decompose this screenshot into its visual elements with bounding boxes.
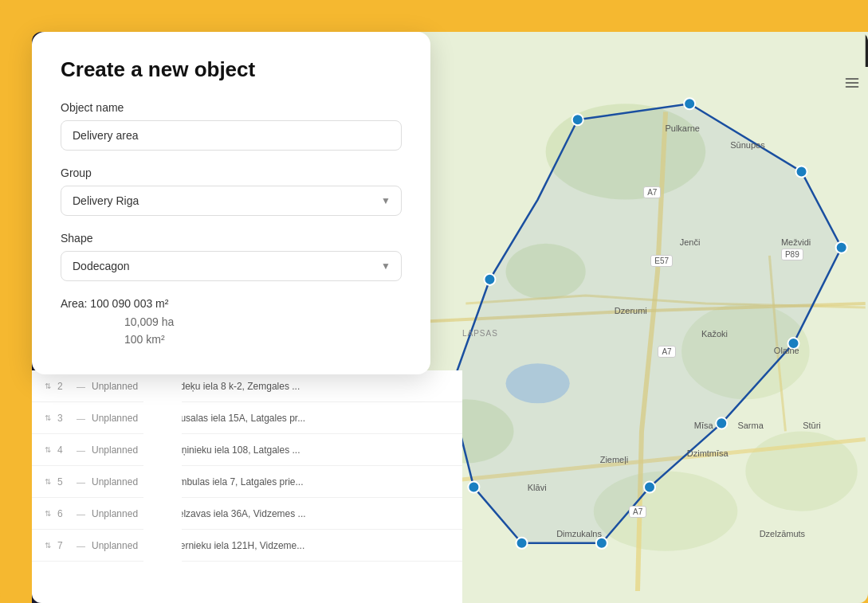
sort-arrows: ⇅ bbox=[45, 445, 51, 454]
svg-rect-31 bbox=[846, 82, 859, 84]
route-status: Unplanned bbox=[92, 508, 138, 519]
route-address: Rumbulas iela 7, Latgales prie... bbox=[167, 476, 303, 487]
shape-select[interactable]: Dodecagon bbox=[61, 251, 402, 281]
group-select-wrapper: Delivery Riga ▼ bbox=[61, 186, 402, 216]
route-dash: — bbox=[77, 413, 85, 423]
route-status: Unplanned bbox=[92, 413, 138, 424]
group-select[interactable]: Delivery Riga bbox=[61, 186, 402, 216]
route-number: 4 bbox=[57, 444, 70, 456]
route-list: ⇅ 2 — Unplanned 🚚 Valdeķu iela 8 k-2, Ze… bbox=[32, 370, 462, 603]
group-label: Group bbox=[61, 166, 402, 179]
area-ha-value: 10,009 ha bbox=[61, 313, 402, 331]
svg-point-14 bbox=[836, 242, 847, 253]
map-menu-icon[interactable] bbox=[844, 75, 860, 95]
route-address: Kojusalas iela 15A, Latgales pr... bbox=[167, 413, 305, 424]
route-status: Unplanned bbox=[92, 444, 138, 456]
route-status: Unplanned bbox=[92, 381, 138, 392]
route-dash: — bbox=[77, 382, 85, 391]
area-km-value: 100 km² bbox=[61, 331, 402, 348]
svg-point-18 bbox=[596, 538, 607, 549]
route-dash: — bbox=[77, 509, 85, 519]
svg-point-15 bbox=[787, 338, 799, 349]
route-number: 3 bbox=[57, 413, 70, 424]
route-dash: — bbox=[77, 477, 85, 487]
svg-point-13 bbox=[796, 166, 807, 177]
route-status: Unplanned bbox=[92, 540, 138, 551]
object-name-input[interactable] bbox=[61, 120, 402, 151]
route-number: 5 bbox=[57, 476, 70, 487]
sort-arrows: ⇅ bbox=[45, 509, 51, 518]
route-status: Unplanned bbox=[92, 476, 138, 487]
route-dash: — bbox=[77, 445, 85, 455]
area-info: Area: 100 090 003 m² 10,009 ha 100 km² bbox=[61, 297, 402, 349]
route-address: Bikernieku iela 121H, Vidzeme... bbox=[167, 540, 304, 551]
route-item-6[interactable]: ⇅ 6 — Unplanned 🚚 Dzelzavas iela 36A, Vi… bbox=[32, 498, 462, 530]
svg-point-19 bbox=[516, 538, 528, 549]
route-item-4[interactable]: ⇅ 4 — Unplanned 🚚 Bruņinieku iela 108, L… bbox=[32, 434, 462, 466]
sort-arrows: ⇅ bbox=[45, 382, 51, 390]
create-object-modal: Create a new object Object name Group De… bbox=[32, 32, 430, 374]
route-number: 7 bbox=[57, 540, 70, 551]
shape-label: Shape bbox=[61, 232, 402, 245]
route-item-3[interactable]: ⇅ 3 — Unplanned 🚚 Kojusalas iela 15A, La… bbox=[32, 402, 462, 434]
modal-title: Create a new object bbox=[61, 57, 402, 82]
svg-point-12 bbox=[684, 98, 695, 109]
area-main-value: Area: 100 090 003 m² bbox=[61, 297, 402, 310]
svg-rect-32 bbox=[846, 86, 859, 88]
route-item-7[interactable]: ⇅ 7 — Unplanned 🚚 Bikernieku iela 121H, … bbox=[32, 530, 462, 562]
svg-point-11 bbox=[572, 114, 583, 125]
route-dash: — bbox=[77, 541, 85, 550]
object-name-label: Object name bbox=[61, 101, 402, 114]
svg-point-22 bbox=[484, 274, 495, 285]
svg-point-20 bbox=[468, 482, 479, 493]
shape-select-wrapper: Dodecagon ▼ bbox=[61, 251, 402, 281]
svg-point-16 bbox=[716, 417, 727, 429]
sort-arrows: ⇅ bbox=[45, 541, 51, 550]
sort-arrows: ⇅ bbox=[45, 413, 51, 422]
route-item-5[interactable]: ⇅ 5 — Unplanned 🚚 Rumbulas iela 7, Latga… bbox=[32, 466, 462, 498]
route-number: 6 bbox=[57, 508, 70, 519]
route-item-2[interactable]: ⇅ 2 — Unplanned 🚚 Valdeķu iela 8 k-2, Ze… bbox=[32, 370, 462, 402]
route-address: Bruņinieku iela 108, Latgales ... bbox=[167, 444, 300, 456]
sort-arrows: ⇅ bbox=[45, 477, 51, 486]
route-address: Dzelzavas iela 36A, Vidzemes ... bbox=[167, 508, 306, 519]
route-number: 2 bbox=[57, 381, 70, 392]
route-address: Valdeķu iela 8 k-2, Zemgales ... bbox=[167, 381, 300, 392]
svg-rect-30 bbox=[846, 78, 859, 80]
svg-point-17 bbox=[644, 482, 655, 493]
